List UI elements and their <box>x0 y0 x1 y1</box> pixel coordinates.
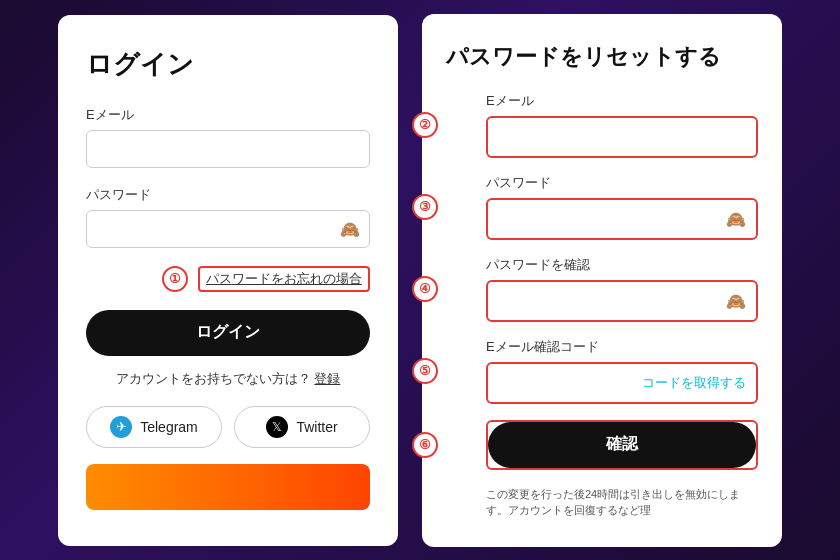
confirm-btn-wrapper: 確認 <box>486 420 758 470</box>
email-input[interactable] <box>86 130 370 168</box>
email-code-label: Eメール確認コード <box>486 338 758 356</box>
password-eye-icon[interactable]: 🙈 <box>340 219 360 238</box>
badge-3: ③ <box>412 194 438 220</box>
telegram-icon: ✈ <box>110 416 132 438</box>
forgot-password-link[interactable]: パスワードをお忘れの場合 <box>198 266 370 292</box>
badge-2: ② <box>412 112 438 138</box>
notice-text: この変更を行った後24時間は引き出しを無効にします。アカウントを回復するなど理 <box>486 486 758 519</box>
reset-password-input[interactable] <box>488 200 756 238</box>
email-label: Eメール <box>86 106 370 124</box>
badge-6: ⑥ <box>412 432 438 458</box>
reset-password-panel: パスワードをリセットする ② Eメール ③ パスワード 🙈 ④ パスワードを確認… <box>422 14 782 547</box>
twitter-button[interactable]: 𝕏 Twitter <box>234 406 370 448</box>
email-field-group: Eメール <box>86 106 370 168</box>
confirm-password-label: パスワードを確認 <box>486 256 758 274</box>
twitter-icon: 𝕏 <box>266 416 288 438</box>
register-text-wrapper: アカウントをお持ちでない方は？ 登録 <box>86 370 370 388</box>
email-code-input-wrapper: コードを取得する <box>486 362 758 404</box>
reset-title: パスワードをリセットする <box>446 42 758 72</box>
telegram-button[interactable]: ✈ Telegram <box>86 406 222 448</box>
email-code-group: ⑤ Eメール確認コード コードを取得する <box>446 338 758 404</box>
password-label: パスワード <box>86 186 370 204</box>
reset-email-group: ② Eメール <box>446 92 758 158</box>
confirm-button[interactable]: 確認 <box>488 422 756 468</box>
get-code-button[interactable]: コードを取得する <box>642 374 746 392</box>
password-field-group: パスワード 🙈 <box>86 186 370 248</box>
login-title: ログイン <box>86 47 370 82</box>
twitter-label: Twitter <box>296 419 337 435</box>
login-button[interactable]: ログイン <box>86 310 370 356</box>
register-link[interactable]: 登録 <box>314 371 340 386</box>
reset-password-input-wrapper: 🙈 <box>486 198 758 240</box>
badge-4: ④ <box>412 276 438 302</box>
reset-password-group: ③ パスワード 🙈 <box>446 174 758 240</box>
confirm-password-input-wrapper: 🙈 <box>486 280 758 322</box>
reset-password-eye-icon[interactable]: 🙈 <box>726 209 746 228</box>
reset-email-input[interactable] <box>488 118 756 156</box>
reset-password-label: パスワード <box>486 174 758 192</box>
confirm-password-input[interactable] <box>488 282 756 320</box>
register-prompt: アカウントをお持ちでない方は？ <box>116 371 311 386</box>
telegram-label: Telegram <box>140 419 198 435</box>
badge-5: ⑤ <box>412 358 438 384</box>
forgot-password-wrapper: ① パスワードをお忘れの場合 <box>86 266 370 292</box>
password-input[interactable] <box>86 210 370 248</box>
confirm-password-eye-icon[interactable]: 🙈 <box>726 291 746 310</box>
login-panel: ログイン Eメール パスワード 🙈 ① パスワードをお忘れの場合 ログイン アカ… <box>58 15 398 546</box>
confirm-btn-group: ⑥ 確認 <box>446 420 758 470</box>
orange-button[interactable] <box>86 464 370 510</box>
social-buttons-group: ✈ Telegram 𝕏 Twitter <box>86 406 370 448</box>
password-input-wrapper: 🙈 <box>86 210 370 248</box>
reset-email-input-wrapper <box>486 116 758 158</box>
confirm-password-group: ④ パスワードを確認 🙈 <box>446 256 758 322</box>
reset-email-label: Eメール <box>486 92 758 110</box>
badge-1: ① <box>162 266 188 292</box>
